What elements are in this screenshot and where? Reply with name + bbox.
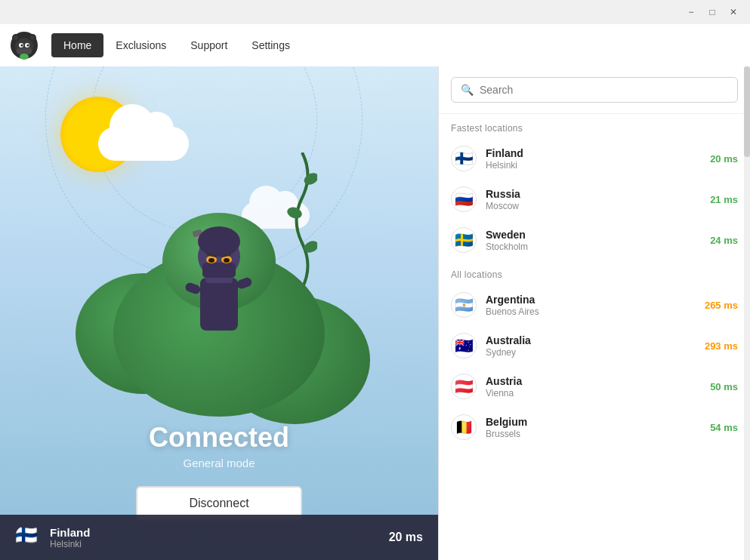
svg-rect-18 bbox=[184, 282, 202, 295]
nav-exclusions[interactable]: Exclusions bbox=[103, 33, 178, 57]
flag-belgium: 🇧🇪 bbox=[451, 414, 477, 440]
search-input-wrap[interactable]: 🔍 bbox=[451, 77, 738, 103]
bottom-ping: 20 ms bbox=[389, 531, 423, 544]
server-item-australia[interactable]: 🇦🇺 Australia Sydney 293 ms bbox=[439, 325, 750, 366]
search-icon: 🔍 bbox=[461, 84, 474, 96]
flag-russia: 🇷🇺 bbox=[451, 186, 477, 212]
server-ping: 24 ms bbox=[710, 235, 738, 246]
server-city-name: Helsinki bbox=[486, 160, 710, 171]
maximize-button[interactable]: □ bbox=[702, 5, 723, 20]
server-ping: 50 ms bbox=[710, 381, 738, 392]
server-info-argentina: Argentina Buenos Aires bbox=[486, 294, 705, 317]
svg-rect-19 bbox=[236, 276, 253, 290]
server-country-name: Finland bbox=[486, 147, 710, 159]
svg-point-10 bbox=[30, 35, 35, 40]
status-area: Connected General mode bbox=[0, 422, 438, 469]
search-input[interactable] bbox=[480, 84, 728, 96]
server-info-sweden: Sweden Stockholm bbox=[486, 229, 710, 252]
server-info-austria: Austria Vienna bbox=[486, 375, 710, 398]
server-item-sweden-fast[interactable]: 🇸🇪 Sweden Stockholm 24 ms bbox=[439, 220, 750, 260]
server-country-name: Russia bbox=[486, 188, 710, 200]
server-item-russia-fast[interactable]: 🇷🇺 Russia Moscow 21 ms bbox=[439, 179, 750, 220]
server-country-name: Australia bbox=[486, 334, 705, 346]
server-ping: 54 ms bbox=[710, 422, 738, 433]
server-country-name: Sweden bbox=[486, 229, 710, 241]
scrollbar-thumb[interactable] bbox=[744, 66, 750, 157]
flag-finland: 🇫🇮 bbox=[451, 146, 477, 171]
server-item-argentina[interactable]: 🇦🇷 Argentina Buenos Aires 265 ms bbox=[439, 285, 750, 325]
nav-bar: Home Exclusions Support Settings bbox=[0, 24, 438, 66]
server-ping: 20 ms bbox=[710, 153, 738, 165]
server-country-name: Austria bbox=[486, 375, 710, 387]
svg-point-27 bbox=[224, 258, 230, 263]
app-logo bbox=[6, 27, 42, 63]
nav-home[interactable]: Home bbox=[51, 33, 103, 57]
server-city-name: Sydney bbox=[486, 347, 705, 358]
right-panel: 🔍 Fastest locations 🇫🇮 Finland Helsinki … bbox=[438, 66, 750, 560]
title-bar: − □ ✕ bbox=[0, 0, 750, 24]
flag-argentina: 🇦🇷 bbox=[451, 292, 477, 318]
svg-point-12 bbox=[302, 171, 317, 187]
flag-australia: 🇦🇺 bbox=[451, 333, 477, 358]
svg-rect-23 bbox=[202, 263, 236, 278]
server-country-name: Argentina bbox=[486, 294, 705, 306]
server-info-finland: Finland Helsinki bbox=[486, 147, 710, 171]
svg-point-4 bbox=[21, 45, 23, 47]
vpn-mode: General mode bbox=[0, 457, 438, 469]
server-city-name: Moscow bbox=[486, 201, 710, 211]
server-item-belgium[interactable]: 🇧🇪 Belgium Brussels 54 ms bbox=[439, 407, 750, 448]
all-locations-header: All locations bbox=[439, 260, 750, 285]
server-item-austria[interactable]: 🇦🇹 Austria Vienna 50 ms bbox=[439, 366, 750, 407]
bottom-city-name: Helsinki bbox=[50, 539, 389, 549]
svg-rect-6 bbox=[17, 48, 32, 54]
server-ping: 265 ms bbox=[705, 300, 738, 311]
svg-point-13 bbox=[287, 205, 304, 220]
nav-settings[interactable]: Settings bbox=[239, 33, 302, 57]
server-item-finland-fast[interactable]: 🇫🇮 Finland Helsinki 20 ms bbox=[439, 138, 750, 179]
server-city-name: Brussels bbox=[486, 429, 710, 439]
svg-rect-17 bbox=[200, 278, 238, 331]
ninja-illustration bbox=[60, 152, 378, 439]
svg-point-26 bbox=[208, 258, 215, 263]
minimize-button[interactable]: − bbox=[681, 5, 702, 20]
server-info-belgium: Belgium Brussels bbox=[486, 416, 710, 439]
bottom-country-name: Finland bbox=[50, 526, 389, 539]
server-ping: 21 ms bbox=[710, 194, 738, 205]
ninja-figure bbox=[174, 225, 264, 364]
svg-point-11 bbox=[20, 54, 29, 60]
close-button[interactable]: ✕ bbox=[723, 5, 744, 20]
bottom-flag: 🇫🇮 bbox=[15, 525, 41, 550]
server-city-name: Buenos Aires bbox=[486, 306, 705, 317]
server-info-russia: Russia Moscow bbox=[486, 188, 710, 211]
connection-status: Connected bbox=[0, 422, 438, 454]
server-info-australia: Australia Sydney bbox=[486, 334, 705, 358]
svg-point-22 bbox=[198, 226, 240, 257]
left-panel: Connected General mode Disconnect 🇫🇮 Fin… bbox=[0, 66, 438, 560]
search-section: 🔍 bbox=[439, 66, 750, 114]
svg-point-5 bbox=[27, 45, 29, 47]
server-country-name: Belgium bbox=[486, 416, 710, 428]
server-city-name: Stockholm bbox=[486, 242, 710, 252]
nav-support[interactable]: Support bbox=[178, 33, 239, 57]
flag-sweden: 🇸🇪 bbox=[451, 227, 477, 253]
bottom-bar: 🇫🇮 Finland Helsinki 20 ms bbox=[0, 515, 438, 560]
server-ping: 293 ms bbox=[705, 340, 738, 352]
bottom-location: Finland Helsinki bbox=[50, 526, 389, 549]
fastest-locations-header: Fastest locations bbox=[439, 114, 750, 138]
scrollbar-track bbox=[744, 66, 750, 560]
svg-point-9 bbox=[14, 35, 18, 40]
server-city-name: Vienna bbox=[486, 388, 710, 398]
flag-austria: 🇦🇹 bbox=[451, 374, 477, 399]
